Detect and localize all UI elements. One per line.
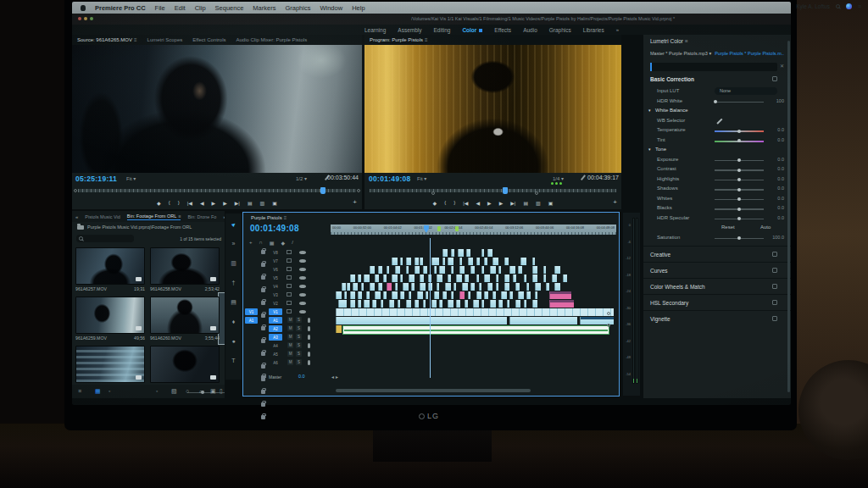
chevron-down-icon[interactable]: ▾ [648, 108, 651, 113]
timeline-clip[interactable] [549, 291, 571, 299]
timeline-clip[interactable] [344, 291, 347, 299]
timeline-timecode[interactable]: 00:01:49:08 [250, 224, 299, 233]
lock-icon[interactable] [261, 352, 265, 356]
timeline-playhead[interactable] [430, 238, 431, 378]
program-playhead[interactable] [503, 187, 508, 194]
timeline-clip[interactable] [358, 274, 360, 282]
timeline-clip[interactable] [415, 300, 419, 308]
notification-center-icon[interactable]: ≡ [858, 3, 861, 9]
auto-button[interactable]: Auto [760, 225, 771, 230]
timeline-clip[interactable] [361, 283, 364, 291]
slider-knob[interactable] [737, 130, 741, 133]
sync-lock-icon[interactable] [287, 267, 292, 271]
timeline-clip[interactable] [549, 300, 575, 308]
timeline-clip[interactable] [437, 283, 439, 291]
source-patch-a3[interactable] [245, 334, 258, 341]
slider-knob[interactable] [737, 217, 741, 220]
menu-sequence[interactable]: Sequence [215, 4, 244, 12]
sync-lock-icon[interactable] [287, 275, 292, 280]
program-overwrite-button[interactable]: ▥ [536, 200, 541, 206]
program-export-frame-button[interactable]: ▣ [548, 200, 554, 206]
timeline-clip[interactable] [535, 283, 541, 291]
menu-edit[interactable]: Edit [175, 4, 186, 12]
menu-graphics[interactable]: Graphics [285, 4, 310, 12]
in-point-marker[interactable] [431, 191, 435, 195]
track-target-a6[interactable]: A6 [269, 359, 282, 366]
project-item-selected[interactable] [150, 297, 220, 334]
timeline-clip[interactable] [543, 274, 546, 282]
snap-icon[interactable]: ∩ [259, 240, 263, 246]
timeline-clip[interactable] [350, 300, 356, 308]
program-insert-button[interactable]: ▤ [523, 200, 528, 206]
timeline-clip[interactable] [546, 283, 548, 291]
timeline-clip[interactable] [504, 258, 509, 265]
program-timecode[interactable]: 00:01:49:08 [369, 175, 411, 183]
timeline-clip[interactable] [415, 258, 419, 265]
timeline-clip[interactable] [437, 274, 442, 282]
out-point-marker[interactable] [535, 191, 538, 195]
source-step-forward-button[interactable]: ▶ [223, 200, 227, 206]
timeline-horizontal-scrollbar[interactable] [336, 389, 531, 392]
slider-knob[interactable] [737, 158, 741, 162]
workspace-tab-editing[interactable]: Editing [434, 27, 451, 33]
timeline-clip[interactable] [364, 274, 370, 282]
timeline-clip[interactable] [358, 300, 360, 308]
timeline-clip[interactable] [484, 291, 488, 299]
timeline-clip[interactable] [415, 266, 420, 274]
program-button-editor[interactable]: + [613, 198, 617, 206]
program-zoom-dropdown[interactable]: 1/4 ▾ [553, 175, 564, 181]
timeline-clip[interactable] [439, 300, 442, 308]
slider-track[interactable] [715, 130, 764, 132]
timeline-clip[interactable] [378, 266, 382, 274]
timeline-clip[interactable] [387, 283, 392, 291]
breadcrumb-path[interactable]: Purple Pistols Music Vid.prproj\Footage … [87, 225, 192, 230]
track-output-eye-icon[interactable] [299, 276, 306, 280]
list-view-button[interactable]: ≡ [78, 388, 81, 395]
workspace-tab-libraries[interactable]: Libraries [583, 27, 604, 33]
lock-icon[interactable] [261, 415, 265, 419]
lock-icon[interactable] [261, 326, 265, 330]
ripple-edit-tool[interactable]: ▥ [228, 258, 239, 269]
timeline-clip[interactable] [409, 274, 415, 282]
source-scroll-handle-right[interactable] [357, 189, 360, 192]
lock-icon[interactable] [261, 364, 265, 369]
section-checkbox[interactable] [772, 252, 777, 257]
project-tabs-back-icon[interactable]: « [75, 214, 78, 219]
spotlight-icon[interactable] [836, 4, 840, 8]
tab-effect-controls[interactable]: Effect Controls [192, 37, 225, 42]
track-target-v8[interactable]: V8 [269, 249, 282, 256]
project-item[interactable] [150, 247, 220, 285]
timeline-clip[interactable] [448, 300, 453, 308]
source-insert-button[interactable]: ▤ [248, 200, 253, 206]
sync-lock-icon[interactable] [287, 250, 292, 254]
tab-lumetri-color[interactable]: Lumetri Color≡ [650, 38, 688, 44]
timeline-clip[interactable] [395, 283, 398, 291]
timeline-ruler[interactable]: 00;0000;00;32;0000;01;04;0200;01;36;0200… [331, 225, 616, 235]
section-checkbox[interactable] [772, 300, 777, 305]
timeline-clip[interactable] [487, 283, 493, 291]
mute-button[interactable]: M [287, 359, 293, 365]
slider-track[interactable] [715, 238, 764, 240]
timeline-clip[interactable] [456, 300, 460, 308]
timeline-clip[interactable] [451, 266, 453, 274]
basic-correction-checkbox[interactable] [772, 76, 777, 81]
timeline-clip[interactable] [431, 258, 440, 265]
slider-knob[interactable] [737, 139, 741, 142]
source-play-button[interactable]: ▶ [212, 200, 216, 206]
timeline-clip[interactable] [532, 258, 535, 265]
track-target-v2[interactable]: V2 [269, 300, 282, 307]
sync-lock-icon[interactable] [287, 309, 292, 313]
timeline-clip[interactable] [507, 300, 509, 308]
workspace-tab-assembly[interactable]: Assembly [398, 27, 421, 33]
source-patch-a4[interactable] [245, 342, 258, 349]
workspace-tab-color[interactable]: Color [462, 27, 482, 33]
timeline-clip[interactable] [350, 274, 356, 282]
workspace-overflow-icon[interactable]: » [616, 27, 619, 32]
timeline-clip[interactable] [490, 300, 496, 308]
tab-source-961a6265-mov[interactable]: Source: 961A6265.MOV≡ [77, 37, 137, 42]
solo-button[interactable]: S [296, 317, 302, 323]
program-step-back-button[interactable]: ◀ [476, 200, 480, 206]
voiceover-mic-icon[interactable] [308, 318, 310, 323]
timeline-clip[interactable] [520, 258, 526, 265]
source-playhead[interactable] [320, 187, 326, 194]
